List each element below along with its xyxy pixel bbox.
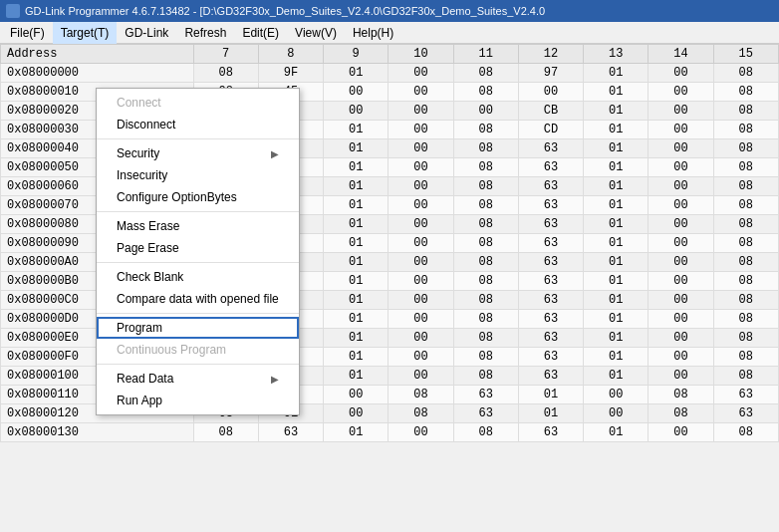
cell-data: 01 [584, 329, 649, 348]
cell-data: 01 [518, 386, 583, 404]
menu-section-program: Program Continuous Program [97, 314, 299, 365]
cell-data: 08 [453, 272, 518, 291]
menu-item-page-erase[interactable]: Page Erase [97, 237, 299, 259]
menu-gdlink[interactable]: GD-Link [117, 22, 176, 44]
menu-item-check-blank[interactable]: Check Blank [97, 266, 299, 288]
cell-data: 00 [389, 367, 453, 386]
col-header-8: 8 [258, 45, 323, 64]
cell-data: 63 [518, 253, 583, 272]
cell-data: 08 [453, 139, 518, 158]
cell-data: 63 [713, 404, 778, 423]
menu-item-mass-erase[interactable]: Mass Erase [97, 215, 299, 237]
cell-data: 01 [324, 177, 389, 196]
menu-file[interactable]: File(F) [2, 22, 53, 44]
cell-data: 00 [389, 158, 453, 177]
cell-data: 08 [649, 404, 713, 423]
cell-address: 0x08000130 [1, 423, 194, 442]
cell-data: 00 [389, 423, 453, 442]
cell-data: 00 [389, 291, 453, 310]
cell-data: 01 [584, 367, 649, 386]
cell-data: 00 [649, 158, 713, 177]
menu-item-program[interactable]: Program [97, 317, 299, 339]
cell-data: 00 [389, 177, 453, 196]
cell-data: 9F [258, 64, 323, 83]
cell-data: 00 [324, 83, 389, 102]
cell-data: 97 [518, 64, 583, 83]
cell-data: 08 [193, 423, 258, 442]
menu-item-read-data[interactable]: Read Data ▶ [97, 368, 299, 390]
cell-data: 08 [453, 64, 518, 83]
cell-data: 00 [649, 253, 713, 272]
cell-data: 08 [389, 386, 453, 404]
cell-data: 00 [324, 404, 389, 423]
menu-edit[interactable]: Edit(E) [234, 22, 287, 44]
col-header-14: 14 [649, 45, 713, 64]
cell-data: 63 [518, 272, 583, 291]
cell-data: 08 [453, 177, 518, 196]
cell-data: 08 [453, 348, 518, 367]
cell-data: 08 [453, 196, 518, 215]
cell-data: 00 [649, 423, 713, 442]
cell-data: 00 [649, 291, 713, 310]
cell-data: 08 [453, 310, 518, 329]
col-header-9: 9 [324, 45, 389, 64]
cell-data: 00 [584, 404, 649, 423]
cell-data: 01 [324, 121, 389, 139]
cell-data: 08 [453, 121, 518, 139]
menu-item-insecurity[interactable]: Insecurity [97, 164, 299, 186]
cell-data: 08 [713, 64, 778, 83]
cell-data: CD [518, 121, 583, 139]
menu-item-security[interactable]: Security ▶ [97, 142, 299, 164]
cell-data: 01 [324, 272, 389, 291]
cell-data: 00 [584, 386, 649, 404]
cell-data: 00 [389, 102, 453, 121]
cell-data: 00 [649, 348, 713, 367]
menu-item-run-app[interactable]: Run App [97, 390, 299, 411]
cell-data: 08 [453, 83, 518, 102]
cell-data: 00 [389, 83, 453, 102]
cell-data: 01 [584, 310, 649, 329]
cell-data: 00 [649, 83, 713, 102]
menu-item-configure-optionbytes[interactable]: Configure OptionBytes [97, 186, 299, 208]
cell-data: 08 [193, 64, 258, 83]
cell-data: 00 [518, 83, 583, 102]
cell-data: 01 [324, 291, 389, 310]
cell-data: 63 [518, 158, 583, 177]
title-text: GD-Link Programmer 4.6.7.13482 - [D:\GD3… [25, 5, 545, 17]
cell-data: 01 [584, 348, 649, 367]
cell-data: 00 [649, 310, 713, 329]
cell-data: 01 [584, 177, 649, 196]
cell-data: 01 [584, 196, 649, 215]
cell-data: 00 [649, 196, 713, 215]
menu-item-disconnect[interactable]: Disconnect [97, 114, 299, 135]
cell-data: 01 [324, 215, 389, 234]
menu-section-security: Security ▶ Insecurity Configure OptionBy… [97, 139, 299, 212]
menu-item-connect[interactable]: Connect [97, 92, 299, 114]
cell-data: 01 [584, 215, 649, 234]
cell-data: 00 [649, 272, 713, 291]
cell-data: 01 [324, 234, 389, 253]
cell-data: 01 [324, 423, 389, 442]
target-dropdown-menu: Connect Disconnect Security ▶ Insecurity… [96, 88, 300, 415]
menu-refresh[interactable]: Refresh [176, 22, 234, 44]
cell-data: 01 [584, 253, 649, 272]
menu-help[interactable]: Help(H) [345, 22, 401, 44]
cell-data: 01 [584, 102, 649, 121]
submenu-arrow-read: ▶ [271, 374, 279, 385]
cell-data: 00 [324, 386, 389, 404]
cell-data: 08 [389, 404, 453, 423]
cell-data: 08 [713, 139, 778, 158]
menu-item-compare-data[interactable]: Compare data with opened file [97, 288, 299, 310]
col-header-10: 10 [389, 45, 453, 64]
cell-data: 00 [389, 139, 453, 158]
menu-target[interactable]: Target(T) [53, 22, 118, 44]
cell-data: 01 [324, 253, 389, 272]
main-area: Address 7 8 9 10 11 12 13 14 15 0x080000… [0, 44, 779, 504]
menu-view[interactable]: View(V) [287, 22, 345, 44]
cell-data: 08 [649, 386, 713, 404]
menu-item-continuous-program[interactable]: Continuous Program [97, 339, 299, 361]
cell-data: 08 [453, 215, 518, 234]
cell-data: 63 [518, 329, 583, 348]
cell-data: 01 [584, 121, 649, 139]
cell-data: 00 [649, 139, 713, 158]
